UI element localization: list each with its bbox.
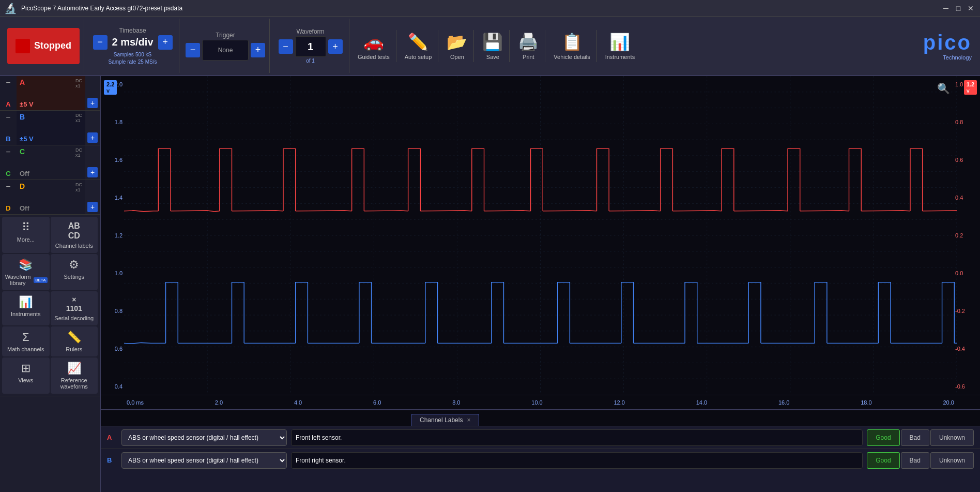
channel-b-minus[interactable]: − (6, 113, 10, 122)
channel-a-letter: A (6, 100, 10, 108)
channel-d-minus[interactable]: − (6, 182, 10, 191)
sample-rate-label: Sample rate (109, 59, 136, 65)
channel-a-voltage: ±5 V (20, 100, 82, 108)
waveform-decrease[interactable]: − (279, 39, 293, 54)
main-content: − A A DCx1 ±5 V + − B B (0, 76, 980, 492)
channel-labels-tab[interactable]: Channel Labels × (411, 414, 479, 426)
tab-close-icon[interactable]: × (467, 416, 470, 424)
channel-d-info[interactable]: D DCx1 Off (17, 180, 85, 214)
channel-b-plus[interactable]: + (87, 132, 98, 143)
trigger-value: None (218, 47, 233, 54)
y-axis-left: 2.0 1.8 1.6 1.4 1.2 1.0 0.8 0.6 0.4 (101, 76, 124, 395)
math-channels-button[interactable]: Σ Math channels (2, 326, 50, 356)
channel-b-unknown-button[interactable]: Unknown (930, 452, 974, 469)
instruments-button[interactable]: 📊 Instruments (599, 30, 641, 62)
channel-a-good-bad-buttons: Good Bad Unknown (867, 429, 974, 446)
channel-b-letter: B (6, 135, 10, 143)
maximize-button[interactable]: □ (953, 3, 963, 13)
more-icon: ⠿ (22, 221, 30, 234)
channel-a-minus[interactable]: − (6, 78, 10, 87)
left-panel: − A A DCx1 ±5 V + − B B (0, 76, 101, 492)
instruments-left-icon: 📊 (19, 295, 33, 309)
guided-tests-label: Guided tests (358, 54, 390, 60)
instruments-left-label: Instruments (11, 311, 40, 317)
y-label-18: 1.8 (102, 119, 122, 125)
more-label: More... (17, 236, 35, 243)
more-button[interactable]: ⠿ More... (2, 217, 50, 253)
views-button[interactable]: ⊞ Views (2, 357, 50, 394)
channel-b-description-input[interactable] (291, 452, 863, 469)
x-label-12: 12.0 (614, 399, 625, 406)
waveform-library-button[interactable]: 📚 Waveform library BETA (2, 254, 50, 290)
waveform-value: 1 (308, 41, 313, 53)
stop-indicator (16, 39, 30, 53)
channel-a-bad-button[interactable]: Bad (901, 429, 929, 446)
print-button[interactable]: 🖨️ Print (512, 30, 545, 62)
channel-labels-button[interactable]: ABCD Channel labels (51, 217, 98, 253)
y-label-08: 0.8 (102, 308, 122, 314)
serial-decoding-label: Serial decoding (54, 315, 94, 321)
timebase-decrease[interactable]: − (93, 35, 108, 50)
channel-b-bad-button[interactable]: Bad (901, 452, 929, 469)
print-icon: 🖨️ (518, 32, 539, 52)
channel-c-letter-main: C (20, 147, 25, 156)
instruments-label: Instruments (605, 54, 635, 60)
timebase-increase[interactable]: + (158, 35, 173, 50)
sample-rate-value: 25 MS/s (138, 59, 157, 65)
channel-d-plus[interactable]: + (87, 202, 98, 212)
stopped-button[interactable]: Stopped (7, 28, 80, 64)
y-right-00: 0.0 (955, 270, 979, 276)
channel-a-dc: DCx1 (75, 78, 82, 88)
channel-d-right: + (85, 180, 100, 214)
views-icon: ⊞ (21, 362, 30, 375)
save-button[interactable]: 💾 Save (476, 30, 510, 62)
reference-waveforms-button[interactable]: 📈 Reference waveforms (51, 357, 98, 394)
guided-tests-button[interactable]: 🚗 Guided tests (351, 30, 396, 62)
auto-setup-button[interactable]: ✏️ Auto setup (399, 30, 439, 62)
channel-c-minus[interactable]: − (6, 147, 10, 157)
x-label-20: 20.0 (943, 399, 954, 406)
channel-a-letter-main: A (20, 78, 25, 86)
open-button[interactable]: 📂 Open (440, 30, 474, 62)
channel-b-dc: DCx1 (75, 113, 82, 123)
close-button[interactable]: ✕ (966, 3, 976, 13)
rulers-button[interactable]: 📏 Rulers (51, 326, 98, 356)
waveform-increase[interactable]: + (328, 39, 343, 54)
x-label-4: 4.0 (294, 399, 302, 406)
y-right-08: 0.8 (955, 119, 979, 125)
x-label-0: 0.0 ms (127, 399, 144, 406)
trigger-increase[interactable]: + (251, 43, 265, 57)
zoom-button[interactable]: 🔍 (937, 82, 950, 95)
channel-b-info[interactable]: B DCx1 ±5 V (17, 111, 85, 145)
instruments-left-button[interactable]: 📊 Instruments (2, 291, 50, 325)
math-channels-label: Math channels (7, 346, 44, 352)
vehicle-details-button[interactable]: 📋 Vehicle details (547, 30, 596, 62)
app-icon: 🔬 (4, 2, 17, 14)
channel-c-info[interactable]: C DCx1 Off (17, 145, 85, 180)
minimize-button[interactable]: ─ (941, 3, 951, 13)
channel-b-sensor-select[interactable]: ABS or wheel speed sensor (digital / hal… (121, 452, 287, 469)
waveform-canvas[interactable]: 2.0 1.8 1.6 1.4 1.2 1.0 0.8 0.6 0.4 1.0 … (101, 76, 980, 395)
x-label-16: 16.0 (778, 399, 789, 406)
serial-decoding-button[interactable]: ×1101 Serial decoding (51, 291, 98, 325)
settings-button[interactable]: ⚙ Settings (51, 254, 98, 290)
channel-b-good-button[interactable]: Good (867, 452, 899, 469)
titlebar-controls[interactable]: ─ □ ✕ (941, 3, 976, 13)
channel-a-good-button[interactable]: Good (867, 429, 899, 446)
trigger-decrease[interactable]: − (186, 43, 200, 57)
channel-a-unknown-button[interactable]: Unknown (930, 429, 974, 446)
channel-a-plus[interactable]: + (87, 98, 98, 108)
y-right-02: 0.2 (955, 232, 979, 238)
settings-label: Settings (64, 274, 84, 280)
channel-b-indicator: − B (0, 111, 17, 145)
channel-c-plus[interactable]: + (87, 167, 98, 177)
channel-a-description-input[interactable] (291, 429, 863, 446)
y-right-n06: -0.6 (955, 383, 979, 390)
rulers-label: Rulers (66, 346, 82, 352)
channel-a-sensor-select[interactable]: ABS or wheel speed sensor (digital / hal… (121, 429, 287, 446)
channel-a-info[interactable]: A DCx1 ±5 V (17, 76, 85, 110)
settings-icon: ⚙ (69, 258, 79, 272)
timebase-value: 2 ms/div (110, 36, 156, 48)
waveform-library-label: Waveform library BETA (4, 274, 48, 286)
samples-value: 500 kS (135, 52, 151, 57)
